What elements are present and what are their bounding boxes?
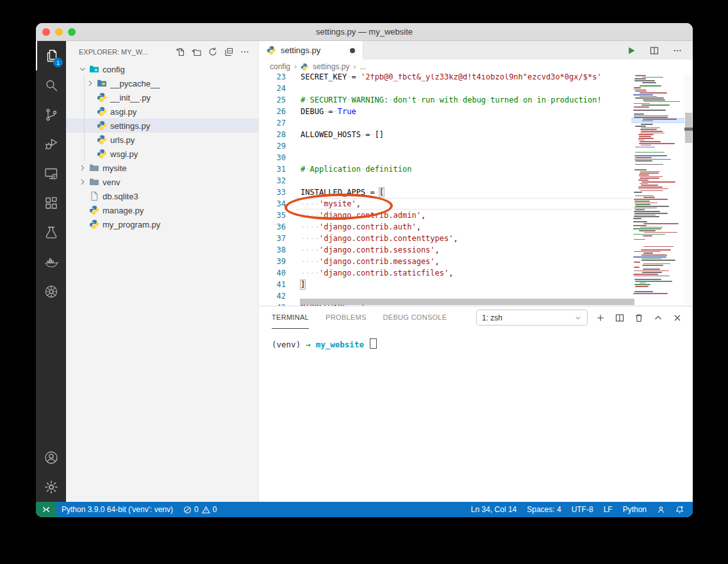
code-line-23[interactable]: 23SECRET_KEY·=·'2fpb@0_fbct&_ylz33kz@d!t… xyxy=(259,74,632,83)
breadcrumb-symbol[interactable]: ... xyxy=(360,62,366,71)
code-line-29[interactable]: 29 xyxy=(259,140,632,152)
line-number[interactable]: 36 xyxy=(259,221,296,233)
feedback-icon[interactable] xyxy=(652,502,670,517)
code-area[interactable]: 23SECRET_KEY·=·'2fpb@0_fbct&_ylz33kz@d!t… xyxy=(259,74,632,306)
tree-item-manage-py[interactable]: manage.py xyxy=(66,203,258,217)
new-terminal-icon[interactable] xyxy=(593,311,607,324)
line-content[interactable] xyxy=(296,175,632,187)
line-content[interactable]: ····'django.contrib.sessions', xyxy=(296,244,632,256)
tab-terminal[interactable]: TERMINAL xyxy=(272,306,309,329)
line-content[interactable]: #·Application·definition xyxy=(296,163,632,175)
line-content[interactable] xyxy=(296,83,632,94)
line-number[interactable]: 32 xyxy=(259,175,296,187)
code-line-24[interactable]: 24 xyxy=(259,83,632,94)
line-content[interactable]: INSTALLED_APPS·=·[ xyxy=(296,187,632,198)
activity-kubernetes[interactable] xyxy=(36,277,66,306)
code-line-31[interactable]: 31#·Application·definition xyxy=(259,163,632,175)
code-line-41[interactable]: 41] xyxy=(259,279,632,290)
line-content[interactable] xyxy=(296,140,632,152)
code-line-38[interactable]: 38····'django.contrib.sessions', xyxy=(259,244,632,256)
more-actions-icon[interactable] xyxy=(671,44,684,57)
line-number[interactable]: 26 xyxy=(259,106,296,117)
line-number[interactable]: 29 xyxy=(259,140,296,152)
line-number[interactable]: 25 xyxy=(259,94,296,106)
code-line-37[interactable]: 37····'django.contrib.contenttypes', xyxy=(259,233,632,244)
activity-source-control[interactable] xyxy=(36,100,66,129)
tree-item--pycache-[interactable]: __pycache__ xyxy=(66,76,258,90)
line-content[interactable]: ····'django.contrib.messages', xyxy=(296,256,632,267)
code-line-39[interactable]: 39····'django.contrib.messages', xyxy=(259,256,632,267)
code-line-35[interactable]: 35····'django.contrib.admin', xyxy=(259,210,632,221)
line-content[interactable]: ALLOWED_HOSTS·=·[] xyxy=(296,129,632,140)
tree-item-urls-py[interactable]: urls.py xyxy=(66,133,258,147)
line-number[interactable]: 37 xyxy=(259,233,296,244)
line-content[interactable]: ] xyxy=(296,279,632,290)
line-number[interactable]: 23 xyxy=(259,74,296,83)
modified-dot-icon[interactable] xyxy=(350,48,355,53)
tree-item-mysite[interactable]: mysite xyxy=(66,161,258,175)
line-number[interactable]: 31 xyxy=(259,163,296,175)
line-content[interactable]: ····'django.contrib.admin', xyxy=(296,210,632,221)
tree-item-my-program-py[interactable]: my_program.py xyxy=(66,217,258,231)
line-number[interactable]: 33 xyxy=(259,187,296,198)
breadcrumb-config[interactable]: config xyxy=(270,62,290,71)
line-content[interactable] xyxy=(296,117,632,129)
new-folder-button[interactable] xyxy=(190,45,204,59)
code-line-33[interactable]: 33INSTALLED_APPS·=·[ xyxy=(259,187,632,198)
activity-explorer[interactable]: 1 xyxy=(36,41,66,70)
tree-item-asgi-py[interactable]: asgi.py xyxy=(66,104,258,119)
close-window-button[interactable] xyxy=(42,28,50,36)
line-number[interactable]: 42 xyxy=(259,290,296,302)
encoding-status[interactable]: UTF-8 xyxy=(567,502,599,517)
line-number[interactable]: 30 xyxy=(259,152,296,163)
activity-remote-explorer[interactable] xyxy=(36,159,66,188)
tab-settings-py[interactable]: settings.py xyxy=(259,41,363,60)
line-number[interactable]: 39 xyxy=(259,256,296,267)
language-mode-status[interactable]: Python xyxy=(618,502,652,517)
run-button[interactable] xyxy=(625,44,638,57)
indentation-status[interactable]: Spaces: 4 xyxy=(522,502,566,517)
line-content[interactable]: ····'django.contrib.staticfiles', xyxy=(296,267,632,279)
tree-item-wsgi-py[interactable]: wsgi.py xyxy=(66,147,258,161)
code-editor[interactable]: 23SECRET_KEY·=·'2fpb@0_fbct&_ylz33kz@d!t… xyxy=(259,74,693,306)
line-number[interactable]: 40 xyxy=(259,267,296,279)
line-number[interactable]: 28 xyxy=(259,129,296,140)
activity-docker[interactable] xyxy=(36,247,66,277)
code-line-32[interactable]: 32 xyxy=(259,175,632,187)
activity-extensions[interactable] xyxy=(36,188,66,218)
code-line-34[interactable]: 34····'mysite', xyxy=(259,198,632,210)
terminal-shell-select[interactable]: 1: zsh xyxy=(476,310,588,326)
activity-search[interactable] xyxy=(36,70,66,100)
tree-item-db-sqlite3[interactable]: db.sqlite3 xyxy=(66,189,258,203)
views-more-actions-icon[interactable] xyxy=(238,45,252,59)
line-number[interactable]: 38 xyxy=(259,244,296,256)
line-number[interactable]: 43 xyxy=(259,302,296,306)
minimize-window-button[interactable] xyxy=(55,28,63,36)
activity-run-debug[interactable] xyxy=(36,129,66,159)
python-interpreter-status[interactable]: Python 3.9.0 64-bit ('venv': venv) xyxy=(56,502,178,517)
refresh-button[interactable] xyxy=(206,45,220,59)
tab-problems[interactable]: PROBLEMS xyxy=(326,306,367,329)
line-content[interactable]: ····'django.contrib.contenttypes', xyxy=(296,233,632,244)
line-number[interactable]: 24 xyxy=(259,83,296,94)
split-editor-icon[interactable] xyxy=(648,44,661,57)
code-line-36[interactable]: 36····'django.contrib.auth', xyxy=(259,221,632,233)
activity-account[interactable] xyxy=(36,443,66,472)
code-line-40[interactable]: 40····'django.contrib.staticfiles', xyxy=(259,267,632,279)
close-panel-icon[interactable] xyxy=(670,311,684,324)
code-line-30[interactable]: 30 xyxy=(259,152,632,163)
activity-settings[interactable] xyxy=(36,472,66,502)
line-content[interactable]: ····'django.contrib.auth', xyxy=(296,221,632,233)
kill-terminal-icon[interactable] xyxy=(632,311,645,324)
problems-status[interactable]: 0 0 xyxy=(178,502,222,517)
tree-item-venv[interactable]: venv xyxy=(66,175,258,189)
code-line-27[interactable]: 27 xyxy=(259,117,632,129)
zoom-window-button[interactable] xyxy=(68,28,76,36)
maximize-panel-icon[interactable] xyxy=(651,311,665,324)
vertical-scrollbar[interactable] xyxy=(684,74,693,306)
tree-item--init-py[interactable]: __init__.py xyxy=(66,90,258,104)
line-content[interactable] xyxy=(296,152,632,163)
line-content[interactable]: DEBUG·=·True xyxy=(296,106,632,117)
line-content[interactable]: #·SECURITY·WARNING:·don't·run·with·debug… xyxy=(296,94,632,106)
code-line-28[interactable]: 28ALLOWED_HOSTS·=·[] xyxy=(259,129,632,140)
